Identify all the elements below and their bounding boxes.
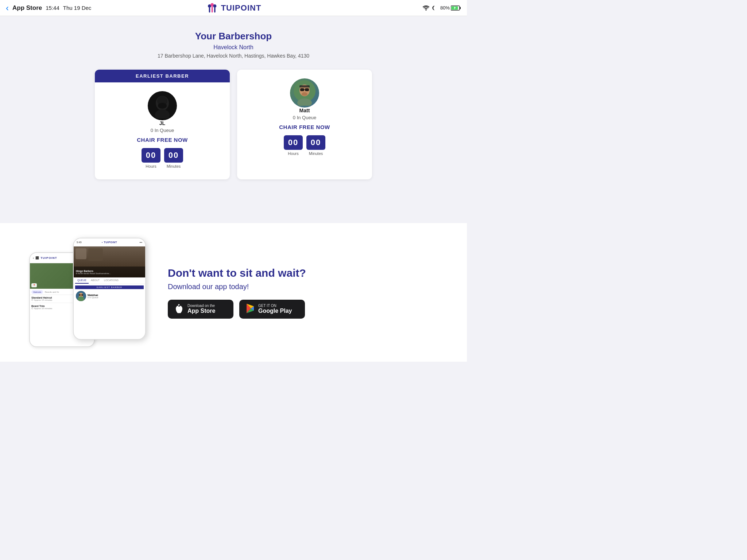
- barber-jl-queue: 0 In Queue: [102, 128, 222, 133]
- barber-jl-name: JL: [102, 120, 222, 126]
- jl-hours-label: Hours: [146, 164, 156, 168]
- barber-jl-avatar: [148, 91, 177, 120]
- phone-haircuts-tab: Haircuts: [31, 290, 43, 294]
- google-play-icon: [246, 304, 255, 315]
- svg-point-19: [302, 92, 307, 96]
- phone-mockup: ‹ ⬛ TUIPOINT 📍 Haircuts Beards and Gr St…: [29, 238, 146, 347]
- barber-matt-timer: 00 Hours 00 Minutes: [244, 135, 365, 156]
- battery-icon: [451, 5, 461, 11]
- back-arrow[interactable]: ‹: [6, 4, 9, 12]
- shop-location: Havelock North: [7, 44, 460, 51]
- svg-rect-5: [214, 7, 216, 12]
- svg-rect-3: [209, 7, 210, 12]
- svg-rect-16: [305, 88, 309, 91]
- matt-hours-block: 00 Hours: [284, 135, 303, 156]
- barber-card-jl[interactable]: EARLIEST BARBER JL 0 In Queue: [95, 70, 230, 179]
- matt-hours-label: Hours: [288, 151, 298, 156]
- jl-minutes-block: 00 Minutes: [164, 148, 183, 168]
- promo-subtext: Download our app today!: [168, 283, 438, 291]
- download-buttons: Download on the App Store GET IT ON: [168, 300, 438, 319]
- matt-minutes-digit: 00: [306, 135, 325, 150]
- phone-hero-image: Hinge Barbers 8 North-lands Road Southar…: [74, 246, 145, 277]
- barber-card-matt[interactable]: Matt 0 In Queue CHAIR FREE NOW 00 Hours …: [237, 70, 372, 179]
- svg-point-12: [155, 109, 170, 118]
- google-play-button[interactable]: GET IT ON Google Play: [239, 300, 305, 319]
- app-store-text: Download on the App Store: [187, 304, 215, 314]
- app-store-label: App Store: [12, 4, 42, 12]
- shop-name: Your Barbershop: [7, 31, 460, 42]
- app-store-large-text: App Store: [187, 308, 215, 314]
- barber-matt-chair-status: CHAIR FREE NOW: [244, 124, 365, 130]
- status-bar-left: ‹ App Store 15:44 Thu 19 Dec: [6, 4, 91, 12]
- phone-front-header: 9:49 ▪ TUIPOINT ▪▪▪: [74, 238, 145, 246]
- barber-jl-chair-status: CHAIR FREE NOW: [102, 137, 222, 143]
- google-play-large-text: Google Play: [258, 308, 292, 314]
- phone-beards-tab: Beards and Gr: [44, 290, 60, 294]
- svg-point-2: [213, 4, 216, 8]
- shop-header: Your Barbershop Havelock North 17 Barber…: [7, 31, 460, 59]
- header-logo: TUIPOINT: [206, 1, 262, 15]
- svg-rect-4: [212, 6, 213, 12]
- promo-text: Don't want to sit and wait? Download our…: [168, 267, 438, 319]
- app-store-button[interactable]: Download on the App Store: [168, 300, 233, 319]
- jl-minutes-digit: 00: [164, 148, 183, 163]
- matt-minutes-label: Minutes: [309, 151, 323, 156]
- barber-matt-name: Matt: [244, 108, 365, 113]
- tuipoint-logo-icon: [206, 1, 219, 15]
- barber-grid: EARLIEST BARBER JL 0 In Queue: [91, 70, 376, 179]
- google-play-small-text: GET IT ON: [258, 304, 292, 308]
- app-promo-section: ‹ ⬛ TUIPOINT 📍 Haircuts Beards and Gr St…: [0, 223, 467, 362]
- app-store-small-text: Download on the: [187, 304, 215, 308]
- matt-hours-digit: 00: [284, 135, 303, 150]
- jl-hours-digit: 00: [142, 148, 160, 163]
- svg-rect-7: [460, 7, 461, 9]
- barber-matt-avatar: [290, 78, 319, 108]
- logo-text: TUIPOINT: [221, 3, 262, 13]
- matt-minutes-block: 00 Minutes: [306, 135, 325, 156]
- moon-icon: [432, 5, 437, 11]
- status-bar: ‹ App Store 15:44 Thu 19 Dec TUIPOINT: [0, 0, 467, 16]
- barber-matt-body: Matt 0 In Queue CHAIR FREE NOW 00 Hours …: [237, 70, 372, 167]
- google-play-text: GET IT ON Google Play: [258, 304, 292, 314]
- main-content: Your Barbershop Havelock North 17 Barber…: [0, 16, 467, 223]
- svg-rect-24: [79, 294, 81, 296]
- svg-rect-25: [81, 294, 83, 296]
- promo-headline: Don't want to sit and wait?: [168, 267, 438, 280]
- jl-hours-block: 00 Hours: [142, 148, 160, 168]
- svg-rect-18: [299, 85, 310, 88]
- barber-matt-queue: 0 In Queue: [244, 115, 365, 120]
- battery-indicator: 80%: [440, 5, 461, 11]
- apple-icon: [174, 303, 184, 315]
- svg-rect-15: [300, 88, 304, 91]
- barber-jl-body: JL 0 In Queue CHAIR FREE NOW 00 Hours 00…: [95, 82, 230, 179]
- status-bar-right: 80%: [423, 5, 461, 11]
- phone-nav-tabs: QUEUE ABOUT LOCATIONS: [74, 277, 145, 284]
- phone-front: 9:49 ▪ TUIPOINT ▪▪▪ Hinge Barbers 8 Nort…: [73, 238, 146, 340]
- earliest-barber-banner: EARLIEST BARBER: [95, 70, 230, 82]
- jl-minutes-label: Minutes: [167, 164, 181, 168]
- phone-barber-list: EARLIEST BARBER Nlatehae: [74, 284, 145, 303]
- wifi-icon: [423, 5, 429, 11]
- shop-address: 17 Barbershop Lane, Havelock North, Hast…: [7, 53, 460, 59]
- status-date: Thu 19 Dec: [63, 5, 92, 11]
- svg-point-11: [158, 103, 167, 109]
- barber-jl-timer: 00 Hours 00 Minutes: [102, 148, 222, 168]
- status-time: 15:44: [46, 5, 59, 11]
